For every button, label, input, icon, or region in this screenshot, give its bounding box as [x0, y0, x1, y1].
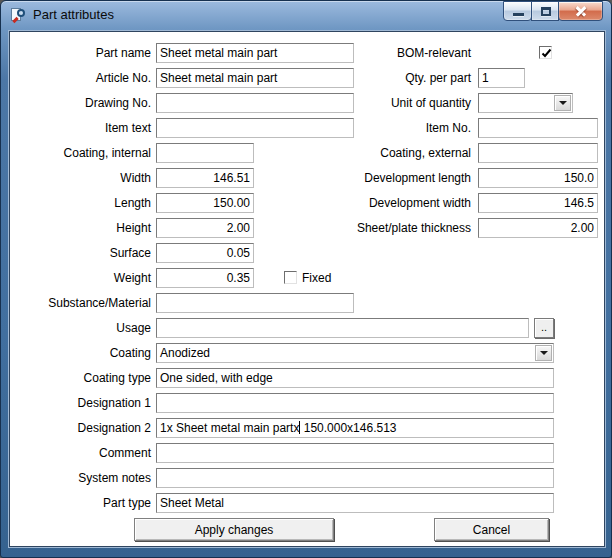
coating-label: Coating — [21, 343, 151, 363]
substance-material-input[interactable] — [156, 293, 354, 313]
maximize-button[interactable] — [531, 1, 559, 21]
part-name-label: Part name — [21, 43, 151, 63]
substance-material-label: Substance/Material — [21, 293, 151, 313]
article-no-label: Article No. — [21, 68, 151, 88]
chevron-down-icon — [540, 351, 548, 359]
height-label: Height — [21, 218, 151, 238]
part-type-input[interactable] — [156, 493, 554, 513]
drawing-no-label: Drawing No. — [21, 93, 151, 113]
surface-label: Surface — [21, 243, 151, 263]
comment-label: Comment — [21, 443, 151, 463]
comment-input[interactable] — [156, 443, 554, 463]
item-text-input[interactable] — [156, 118, 354, 138]
fixed-checkbox[interactable] — [284, 271, 297, 284]
item-text-label: Item text — [21, 118, 151, 138]
designation2-label: Designation 2 — [21, 418, 151, 438]
item-no-label: Item No. — [331, 118, 471, 138]
maximize-icon — [541, 7, 551, 16]
usage-input[interactable] — [156, 318, 529, 338]
part-type-label: Part type — [21, 493, 151, 513]
designation2-input[interactable]: 1x Sheet metal main partx 150.000x146.51… — [156, 418, 554, 438]
bom-relevant-label: BOM-relevant — [331, 43, 471, 63]
qty-per-part-label: Qty. per part — [331, 68, 471, 88]
sheet-thickness-input[interactable] — [478, 218, 598, 238]
coating-dropdown[interactable]: Anodized — [156, 343, 554, 363]
qty-per-part-input[interactable] — [478, 68, 525, 88]
width-label: Width — [21, 168, 151, 188]
development-length-input[interactable] — [478, 168, 598, 188]
system-notes-label: System notes — [21, 468, 151, 488]
window-controls — [504, 1, 603, 21]
sheet-thickness-label: Sheet/plate thickness — [331, 218, 471, 238]
length-input[interactable] — [156, 193, 254, 213]
part-name-input[interactable] — [156, 43, 354, 63]
drawing-no-input[interactable] — [156, 93, 354, 113]
check-icon — [540, 47, 553, 60]
development-length-label: Development length — [331, 168, 471, 188]
article-no-input[interactable] — [156, 68, 354, 88]
usage-label: Usage — [21, 318, 151, 338]
usage-browse-button[interactable]: .. — [534, 318, 554, 338]
system-notes-input[interactable] — [156, 468, 554, 488]
unit-of-quantity-dropdown-button[interactable] — [554, 95, 571, 111]
fixed-label: Fixed — [302, 268, 331, 288]
minimize-icon — [513, 13, 524, 16]
designation1-label: Designation 1 — [21, 393, 151, 413]
width-input[interactable] — [156, 168, 254, 188]
item-no-input[interactable] — [478, 118, 598, 138]
unit-of-quantity-label: Unit of quantity — [331, 93, 471, 113]
magnifier-document-icon — [11, 7, 27, 23]
designation1-input[interactable] — [156, 393, 554, 413]
development-width-input[interactable] — [478, 193, 598, 213]
designation2-text-before: 1x Sheet metal main partx — [160, 421, 299, 435]
weight-input[interactable] — [156, 268, 254, 288]
coating-internal-input[interactable] — [156, 143, 254, 163]
height-input[interactable] — [156, 218, 254, 238]
surface-input[interactable] — [156, 243, 254, 263]
minimize-button[interactable] — [503, 1, 532, 21]
development-width-label: Development width — [331, 193, 471, 213]
close-icon — [575, 5, 587, 17]
coating-external-input[interactable] — [478, 143, 598, 163]
coating-value: Anodized — [160, 344, 210, 362]
coating-internal-label: Coating, internal — [21, 143, 151, 163]
coating-type-label: Coating type — [21, 368, 151, 388]
length-label: Length — [21, 193, 151, 213]
apply-changes-button[interactable]: Apply changes — [134, 518, 334, 541]
window-title: Part attributes — [33, 1, 114, 29]
coating-external-label: Coating, external — [331, 143, 471, 163]
coating-type-input[interactable] — [156, 368, 554, 388]
close-button[interactable] — [558, 1, 603, 21]
chevron-down-icon — [559, 101, 567, 109]
weight-label: Weight — [21, 268, 151, 288]
coating-dropdown-button[interactable] — [535, 345, 552, 361]
part-attributes-window: Part attributes Part name Article No. Dr… — [0, 0, 612, 558]
unit-of-quantity-dropdown[interactable] — [478, 93, 573, 113]
bom-relevant-checkbox[interactable] — [539, 46, 552, 59]
cancel-button[interactable]: Cancel — [434, 518, 549, 541]
designation2-text-after: 150.000x146.513 — [300, 421, 396, 435]
